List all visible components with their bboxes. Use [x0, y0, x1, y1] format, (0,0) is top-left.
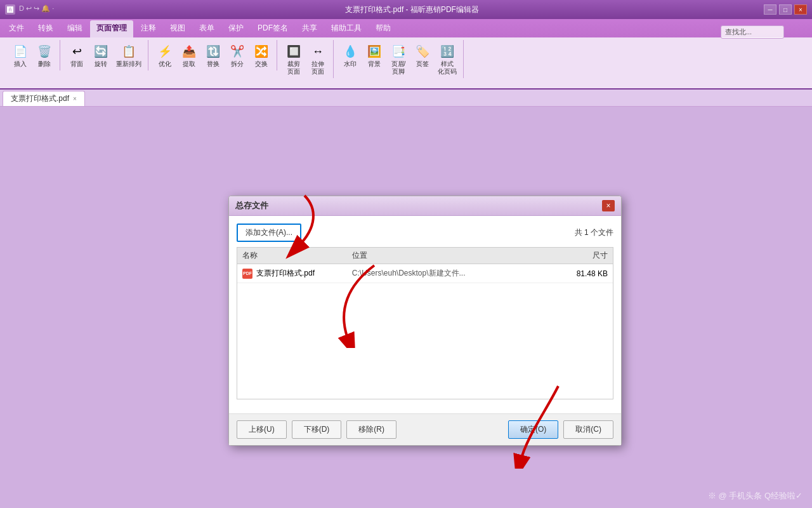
ribbon-group-optimize: ⚡ 优化 📤 提取 🔃 替换 ✂️ 拆分: [150, 40, 277, 70]
back-icon: ↩: [68, 43, 86, 60]
ribbon-btn-optimize[interactable]: ⚡ 优化: [154, 41, 176, 69]
tab-help[interactable]: 帮助: [369, 20, 397, 37]
dialog-merge-files: 总存文件 × 添加文件(A)... 共 1 个文件 名称 位置 尺寸: [228, 196, 622, 446]
file-name: 支票打印格式.pdf: [256, 268, 315, 279]
dialog-body: 添加文件(A)... 共 1 个文件 名称 位置 尺寸 PDF: [229, 216, 621, 413]
tab-page-management[interactable]: 页面管理: [90, 20, 133, 37]
tab-view[interactable]: 视图: [164, 20, 192, 37]
tab-protect[interactable]: 保护: [222, 20, 250, 37]
ribbon-tabs: 文件 转换 编辑 页面管理 注释 视图 表单 保护 PDF签名 共享 辅助工具 …: [0, 19, 812, 37]
add-file-button[interactable]: 添加文件(A)...: [237, 224, 301, 242]
title-controls: ─ □ ×: [764, 4, 807, 15]
search-bar[interactable]: 查找北...: [721, 25, 784, 39]
optimize-icon: ⚡: [156, 43, 174, 60]
app-icon: 🅰: [5, 4, 15, 15]
stretch-icon: ↔️: [309, 43, 327, 60]
title-bar-icons: 🅰 D ↩ ↪ 🔔 ·: [5, 4, 54, 15]
footer-right-buttons: 确定(O) 取消(C): [508, 420, 613, 439]
ribbon-btn-insert[interactable]: 📄 插入: [9, 41, 32, 69]
file-list-header: 名称 位置 尺寸: [237, 248, 613, 264]
title-bar: 🅰 D ↩ ↪ 🔔 · 支票打印格式.pdf - 福昕惠销PDF编辑器 ─ □ …: [0, 0, 812, 19]
title-text: 支票打印格式.pdf - 福昕惠销PDF编辑器: [60, 4, 764, 15]
dialog-close-button[interactable]: ×: [602, 200, 615, 211]
ribbon-btn-replace[interactable]: 🔃 替换: [202, 41, 225, 69]
close-btn[interactable]: ×: [794, 4, 807, 15]
ribbon-btn-watermark[interactable]: 💧 水印: [339, 41, 362, 77]
ribbon-btn-rotate[interactable]: 🔄 旋转: [89, 41, 112, 69]
app-window: 🅰 D ↩ ↪ 🔔 · 支票打印格式.pdf - 福昕惠销PDF编辑器 ─ □ …: [0, 0, 812, 508]
dialog-title: 总存文件: [235, 200, 268, 211]
ribbon-body: 📄 插入 🗑️ 删除 ↩ 背面 🔄: [0, 37, 812, 88]
cancel-button[interactable]: 取消(C): [563, 420, 613, 439]
reorder-icon: 📋: [120, 43, 138, 60]
ribbon-btn-swap[interactable]: 🔀 交换: [250, 41, 273, 69]
remove-button[interactable]: 移除(R): [346, 420, 396, 439]
rotate-icon: 🔄: [92, 43, 110, 60]
ribbon-btn-extract[interactable]: 📤 提取: [178, 41, 200, 69]
doc-tab-active[interactable]: 支票打印格式.pdf ×: [3, 91, 85, 106]
tab-form[interactable]: 表单: [193, 20, 221, 37]
watermark: ※ @ 手机头条 Q经验啦✓: [708, 490, 802, 502]
minimize-btn[interactable]: ─: [764, 4, 776, 15]
ribbon-btn-back[interactable]: ↩ 背面: [65, 41, 88, 69]
extract-icon: 📤: [180, 43, 198, 60]
ribbon-group-crop: 🔲 裁剪页面 ↔️ 拉伸页面: [278, 40, 334, 78]
doc-tabs: 支票打印格式.pdf ×: [0, 90, 812, 107]
tab-tools[interactable]: 辅助工具: [325, 20, 368, 37]
ribbon-group-back: ↩ 背面 🔄 旋转 📋 重新排列: [62, 40, 148, 70]
dialog-footer: 上移(U) 下移(D) 移除(R) 确定(O) 取消(C): [229, 413, 621, 445]
background-icon: 🖼️: [365, 43, 383, 60]
confirm-button[interactable]: 确定(O): [508, 420, 558, 439]
swap-icon: 🔀: [252, 43, 270, 60]
move-down-button[interactable]: 下移(D): [292, 420, 342, 439]
footer-left-buttons: 上移(U) 下移(D) 移除(R): [237, 420, 396, 439]
file-name-cell: PDF 支票打印格式.pdf: [242, 268, 352, 279]
header-footer-icon: 📑: [390, 43, 407, 60]
file-count-label: 共 1 个文件: [575, 227, 613, 238]
page-tag-icon: 🏷️: [414, 43, 431, 60]
file-path: C:\Users\euh\Desktop\新建文件...: [352, 268, 535, 279]
ribbon-btn-background[interactable]: 🖼️ 背景: [363, 41, 386, 77]
maximize-btn[interactable]: □: [779, 4, 792, 15]
ribbon-btn-header-footer[interactable]: 📑 页眉/页脚: [387, 41, 410, 77]
tab-file[interactable]: 文件: [3, 20, 30, 37]
tab-share[interactable]: 共享: [296, 20, 324, 37]
move-up-button[interactable]: 上移(U): [237, 420, 287, 439]
page-num-icon: 🔢: [438, 43, 456, 60]
table-row[interactable]: PDF 支票打印格式.pdf C:\Users\euh\Desktop\新建文件…: [237, 264, 613, 283]
split-icon: ✂️: [228, 43, 246, 60]
ribbon-btn-page-num[interactable]: 🔢 样式化页码: [435, 41, 459, 77]
tab-annotate[interactable]: 注释: [134, 20, 162, 37]
quick-access: D ↩ ↪ 🔔 ·: [19, 4, 54, 15]
doc-tab-close[interactable]: ×: [73, 95, 77, 102]
tab-edit[interactable]: 编辑: [61, 20, 89, 37]
ribbon-btn-stretch[interactable]: ↔️ 拉伸页面: [306, 41, 329, 77]
insert-icon: 📄: [11, 43, 29, 60]
file-list: 名称 位置 尺寸 PDF 支票打印格式.pdf C:\Users\euh\Des…: [237, 247, 613, 399]
dialog-toolbar: 添加文件(A)... 共 1 个文件: [237, 224, 613, 242]
delete-icon: 🗑️: [36, 43, 53, 60]
file-size: 81.48 KB: [535, 269, 608, 278]
ribbon-group-watermark: 💧 水印 🖼️ 背景 📑 页眉/页脚 🏷️ 页签: [335, 40, 464, 78]
col-header-size: 尺寸: [535, 250, 608, 261]
dialog-title-bar: 总存文件 ×: [229, 196, 621, 216]
crop-icon: 🔲: [285, 43, 303, 60]
ribbon: 文件 转换 编辑 页面管理 注释 视图 表单 保护 PDF签名 共享 辅助工具 …: [0, 19, 812, 90]
ribbon-btn-reorder[interactable]: 📋 重新排列: [114, 41, 144, 69]
ribbon-btn-delete[interactable]: 🗑️ 删除: [33, 41, 56, 69]
col-header-path: 位置: [352, 250, 535, 261]
ribbon-group-insert: 📄 插入 🗑️ 删除: [5, 40, 60, 70]
doc-tab-label: 支票打印格式.pdf: [11, 93, 69, 104]
replace-icon: 🔃: [204, 43, 222, 60]
ribbon-btn-page-tag[interactable]: 🏷️ 页签: [411, 41, 434, 77]
ribbon-btn-crop[interactable]: 🔲 裁剪页面: [282, 41, 305, 77]
watermark-icon: 💧: [341, 43, 359, 60]
pdf-file-icon: PDF: [242, 269, 252, 279]
col-header-name: 名称: [242, 250, 352, 261]
ribbon-btn-split[interactable]: ✂️ 拆分: [226, 41, 249, 69]
tab-convert[interactable]: 转换: [32, 20, 60, 37]
main-area: 总存文件 × 添加文件(A)... 共 1 个文件 名称 位置 尺寸: [0, 107, 812, 508]
tab-pdf-sign[interactable]: PDF签名: [251, 20, 294, 37]
